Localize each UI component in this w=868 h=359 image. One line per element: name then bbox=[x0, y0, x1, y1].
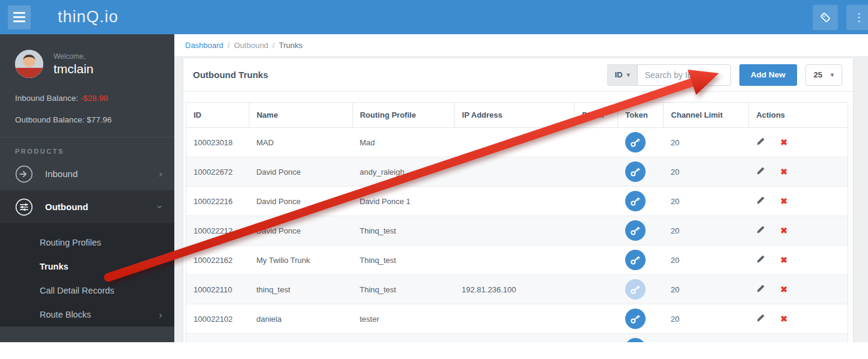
page-size-dropdown[interactable]: 25 ▾ bbox=[805, 64, 843, 86]
column-header-actions: Actions bbox=[749, 103, 848, 128]
sidebar-item-label: Outbound bbox=[45, 202, 88, 212]
cell-id: 100022212 bbox=[186, 216, 249, 246]
key-icon bbox=[630, 196, 640, 207]
edit-pencil-icon[interactable] bbox=[756, 196, 765, 207]
column-header-token: Token bbox=[618, 103, 664, 128]
sidebar-item-inbound[interactable]: Inbound › bbox=[0, 157, 174, 190]
cell-ip-address bbox=[454, 304, 575, 334]
delete-x-icon[interactable]: ✖ bbox=[780, 285, 787, 294]
sidebar-item-call-detail-records[interactable]: Call Detail Records bbox=[0, 279, 174, 303]
add-new-button[interactable]: Add New bbox=[739, 64, 797, 86]
token-button[interactable] bbox=[625, 220, 646, 241]
breadcrumb-dashboard[interactable]: Dashboard bbox=[185, 41, 224, 50]
breadcrumb-outbound[interactable]: Outbound bbox=[234, 41, 268, 50]
cell-routing-profile bbox=[352, 334, 454, 343]
cell-routing-profile: tester bbox=[352, 304, 454, 334]
user-profile: Welcome, tmclain bbox=[0, 34, 174, 83]
page-title: Outbound Trunks bbox=[193, 70, 268, 80]
cell-actions: ✖ bbox=[749, 275, 848, 304]
card-header: Outbound Trunks ID ▾ Add New 25 ▾ bbox=[183, 58, 853, 92]
outbound-balance-value: $77.96 bbox=[87, 115, 111, 124]
search-field-dropdown[interactable]: ID ▾ bbox=[607, 64, 637, 86]
products-section-label: PRODUCTS bbox=[0, 137, 174, 157]
cell-ip-address bbox=[454, 246, 575, 275]
token-button[interactable] bbox=[625, 250, 646, 270]
cell-channel-limit: 20 bbox=[664, 304, 749, 334]
cell-prefix bbox=[575, 187, 618, 216]
token-button[interactable] bbox=[625, 191, 646, 211]
table-row: 100022162 My Twilio Trunk Thinq_test 20 … bbox=[186, 246, 848, 275]
delete-x-icon[interactable]: ✖ bbox=[780, 255, 787, 265]
delete-x-icon[interactable]: ✖ bbox=[780, 226, 787, 235]
delete-x-icon[interactable]: ✖ bbox=[780, 314, 787, 324]
cell-name: thinq_test bbox=[249, 275, 352, 304]
app-logo: thinQ.io bbox=[58, 8, 118, 26]
column-header-id: ID bbox=[186, 103, 249, 128]
cell-actions: ✖ bbox=[749, 187, 848, 216]
kebab-menu-icon[interactable]: ⋮ bbox=[846, 5, 868, 30]
caret-down-icon: ▾ bbox=[627, 71, 630, 78]
hamburger-menu-icon[interactable] bbox=[8, 5, 31, 29]
sidebar-item-outbound[interactable]: Outbound › bbox=[0, 190, 174, 223]
table-row: 100022110 thinq_test Thinq_test 192.81.2… bbox=[186, 275, 848, 304]
topbar: thinQ.io ⋮ bbox=[0, 0, 868, 34]
trunks-card: Outbound Trunks ID ▾ Add New 25 ▾ bbox=[183, 58, 854, 342]
edit-pencil-icon[interactable] bbox=[756, 137, 765, 148]
cell-name bbox=[249, 334, 352, 343]
inbound-arrow-icon bbox=[15, 165, 33, 183]
outbound-balance: Outbound Balance: $77.96 bbox=[15, 115, 162, 124]
cell-prefix bbox=[575, 216, 618, 246]
column-header-channel-limit: Channel Limit bbox=[664, 103, 749, 128]
cell-name: David Ponce bbox=[249, 216, 352, 246]
search-group: ID ▾ bbox=[607, 64, 731, 86]
delete-x-icon[interactable]: ✖ bbox=[780, 137, 787, 147]
table-row bbox=[186, 334, 848, 343]
cell-token bbox=[618, 157, 664, 187]
token-button[interactable] bbox=[625, 161, 646, 182]
cell-routing-profile: David Ponce 1 bbox=[352, 187, 454, 216]
column-header-prefix: Prefix bbox=[575, 103, 618, 128]
cell-routing-profile: Mad bbox=[352, 128, 454, 157]
column-header-name: Name bbox=[249, 103, 352, 128]
search-input[interactable] bbox=[637, 64, 731, 86]
cell-name: My Twilio Trunk bbox=[249, 246, 352, 275]
token-button[interactable] bbox=[625, 132, 646, 152]
edit-pencil-icon[interactable] bbox=[756, 284, 765, 295]
table-row: 100022212 David Ponce Thinq_test 20 ✖ bbox=[186, 216, 848, 246]
cell-actions: ✖ bbox=[749, 304, 848, 334]
delete-x-icon[interactable]: ✖ bbox=[780, 196, 787, 206]
cell-token bbox=[618, 187, 664, 216]
edit-pencil-icon[interactable] bbox=[756, 225, 765, 236]
sidebar-item-trunks[interactable]: Trunks bbox=[0, 255, 174, 279]
caret-down-icon: ▾ bbox=[831, 71, 834, 78]
column-header-ip-address: IP Address bbox=[454, 103, 575, 128]
cell-id: 100023018 bbox=[186, 128, 249, 157]
topbar-actions: ⋮ bbox=[813, 5, 868, 30]
edit-pencil-icon[interactable] bbox=[756, 166, 765, 177]
cell-channel-limit: 20 bbox=[664, 246, 749, 275]
tag-icon[interactable] bbox=[813, 5, 838, 30]
sidebar-item-routing-profiles[interactable]: Routing Profiles bbox=[0, 231, 174, 255]
delete-x-icon[interactable]: ✖ bbox=[780, 167, 787, 176]
cell-ip-address bbox=[454, 187, 575, 216]
breadcrumb: Dashboard / Outbound / Trunks bbox=[174, 34, 868, 57]
cell-actions: ✖ bbox=[749, 246, 848, 275]
cell-channel-limit: 20 bbox=[664, 187, 749, 216]
table-row: 100023018 MAD Mad 20 ✖ bbox=[186, 128, 848, 157]
sidebar-item-route-blocks[interactable]: Route Blocks › bbox=[0, 303, 174, 327]
cell-name: David Ponce bbox=[249, 187, 352, 216]
key-icon bbox=[630, 314, 640, 324]
cell-prefix bbox=[575, 128, 618, 157]
username: tmclain bbox=[53, 62, 94, 76]
token-button[interactable] bbox=[625, 309, 646, 329]
token-button[interactable] bbox=[625, 279, 646, 300]
cell-actions bbox=[749, 334, 848, 343]
cell-ip-address: 192.81.236.100 bbox=[454, 275, 575, 304]
trunks-table: ID Name Routing Profile IP Address Prefi… bbox=[186, 102, 848, 342]
sidebar-item-label: Inbound bbox=[45, 169, 78, 179]
key-icon bbox=[630, 285, 640, 295]
cell-ip-address bbox=[454, 128, 575, 157]
token-button[interactable] bbox=[625, 338, 646, 342]
edit-pencil-icon[interactable] bbox=[756, 255, 765, 265]
edit-pencil-icon[interactable] bbox=[756, 313, 765, 324]
